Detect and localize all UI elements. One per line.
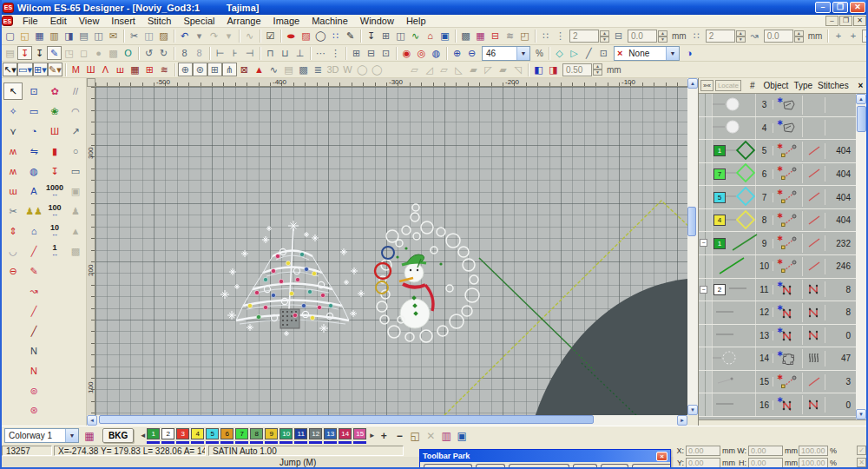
undo-icon[interactable]: ↶ xyxy=(177,30,192,43)
e-stitch-icon[interactable]: ш xyxy=(113,63,128,76)
rotate-right-icon[interactable]: ↻ xyxy=(156,46,171,60)
run-object-icon[interactable]: ∗ xyxy=(773,257,803,276)
palette-left-icon[interactable]: ◄ xyxy=(139,429,147,443)
run-count-value[interactable]: 2 xyxy=(706,30,735,43)
palette-editor-icon[interactable]: ▦ xyxy=(82,428,97,443)
save-design-icon[interactable]: ▦ xyxy=(32,30,47,43)
palette-chip[interactable]: 14 xyxy=(339,428,352,439)
run-length-up-icon[interactable]: ▲ xyxy=(794,30,804,36)
motif-input-icon[interactable]: ∷ xyxy=(328,30,343,43)
run-count-icon[interactable]: ∷ xyxy=(689,30,704,43)
run-length-down-icon[interactable]: ▼ xyxy=(794,36,804,43)
auto-underlay-icon[interactable]: ⊕ xyxy=(178,63,193,76)
single-run-tool-icon[interactable]: ╱ xyxy=(24,302,43,320)
parked-toolbar-tab-2[interactable] xyxy=(476,464,505,469)
node-graphic[interactable] xyxy=(713,347,756,370)
snap-outline-icon[interactable]: ⊡ xyxy=(378,46,393,60)
menu-help[interactable]: Help xyxy=(400,16,432,26)
palette-chip[interactable]: 13 xyxy=(324,428,337,439)
texture-effect-icon[interactable]: ▩ xyxy=(296,63,311,76)
fractional-spacing-icon[interactable]: ⊞ xyxy=(207,63,222,76)
flower-tool-icon[interactable]: ✿ xyxy=(45,83,64,100)
palette-color-12[interactable]: 12 xyxy=(309,428,323,444)
cross-stitch-icon[interactable]: ⊞ xyxy=(142,63,157,76)
nudge-count-value[interactable]: 4 xyxy=(862,30,868,43)
run-count-down-icon[interactable]: ▼ xyxy=(736,36,746,43)
apply-button[interactable]: ✓ xyxy=(857,446,866,455)
manual-object-icon[interactable]: ∗ xyxy=(773,395,803,414)
underlay-spacing[interactable]: 0.0▲▼ xyxy=(628,30,667,43)
panel-scroll-up-icon[interactable]: ▲ xyxy=(856,94,866,104)
nudge-b-icon[interactable]: + xyxy=(845,30,860,43)
satin-input-icon[interactable]: ● xyxy=(284,30,299,43)
color-chip[interactable]: 2 xyxy=(713,284,726,295)
snap-guide-icon[interactable]: ⊟ xyxy=(364,46,378,60)
node-graphic[interactable] xyxy=(713,325,756,347)
palette-color-13[interactable]: 13 xyxy=(324,428,338,444)
panel-scroll-down-icon[interactable]: ▼ xyxy=(856,409,866,419)
clear-style-icon[interactable]: × xyxy=(615,48,625,58)
align-bottom-icon[interactable]: ⊥ xyxy=(293,46,307,60)
contour-lines-icon[interactable]: ≣ xyxy=(311,63,326,76)
run-length[interactable]: 0.0▲▼ xyxy=(764,30,804,43)
panel-expand-button[interactable]: »« xyxy=(700,80,713,91)
cut-icon[interactable]: ✂ xyxy=(127,30,141,43)
palette-color-7[interactable]: 7 xyxy=(235,428,249,444)
close-button[interactable]: ✕ xyxy=(850,2,865,13)
parked-toolbar-tab-4[interactable] xyxy=(573,464,597,469)
print-preview-icon[interactable]: ◫ xyxy=(91,30,106,43)
design-canvas[interactable] xyxy=(95,87,687,415)
triple-run-tool-icon[interactable]: ↝ xyxy=(24,282,43,300)
overview-window-icon[interactable]: ◫ xyxy=(393,30,408,43)
run-object-icon[interactable]: ∗ xyxy=(773,142,803,161)
scroll-down-icon[interactable]: ▼ xyxy=(687,405,698,415)
run-dot-tool-icon[interactable]: ╱ xyxy=(24,242,43,260)
node-graphic[interactable] xyxy=(713,117,756,140)
arc-tool-icon[interactable]: ◠ xyxy=(66,102,85,120)
manual-heavy-tool-icon[interactable]: N xyxy=(24,362,43,380)
align-middle-icon[interactable]: ⊔ xyxy=(278,46,293,60)
object-row-11[interactable]: −211∗8 xyxy=(699,279,856,302)
minimize-button[interactable]: – xyxy=(815,2,831,13)
palette-chip[interactable]: 9 xyxy=(265,428,278,439)
scissors-tool-icon[interactable]: ✂ xyxy=(3,202,23,220)
tatami-input-icon[interactable]: ▨ xyxy=(299,30,313,43)
run-count[interactable]: 2▲▼ xyxy=(706,30,746,43)
chevron-down-icon[interactable]: ▼ xyxy=(666,47,679,60)
toolbar-park-window[interactable]: Toolbar Park × xyxy=(419,449,671,469)
circle-pair-tool-icon[interactable]: ⊚ xyxy=(24,382,43,400)
title-bar[interactable]: ES Wilcom ES-65 Designer - [Noviy_God3:1… xyxy=(0,0,868,15)
object-row-7[interactable]: 57∗404 xyxy=(699,186,856,209)
picture-icon[interactable]: ▣ xyxy=(454,428,470,443)
satin-stitch-icon[interactable]: M xyxy=(69,63,83,76)
lasso-select-tool-icon[interactable]: ✧ xyxy=(3,102,23,120)
barrel-tool-icon[interactable]: ▮ xyxy=(45,142,64,160)
color-chip[interactable]: 5 xyxy=(713,192,726,203)
child-close-button[interactable]: ✕ xyxy=(853,16,866,26)
zoom-box-icon[interactable]: ◍ xyxy=(429,46,444,60)
spell-check-icon[interactable]: ☑ xyxy=(263,30,278,43)
break-apart-icon[interactable]: ◧ xyxy=(531,63,546,76)
lettering-tool-icon[interactable]: A xyxy=(24,182,43,200)
zoom-factor-icon[interactable]: ◎ xyxy=(414,46,429,60)
palette-chip[interactable]: 7 xyxy=(235,428,248,439)
open-design-icon[interactable]: ◱ xyxy=(17,30,32,43)
graph-icon[interactable]: ∿ xyxy=(408,30,423,43)
object-row-3[interactable]: 3∗ xyxy=(699,94,856,117)
run-count-up-icon[interactable]: ▲ xyxy=(736,30,746,36)
stitch-select-dropdown-icon[interactable]: ⊞▾ xyxy=(33,63,48,76)
node-graphic[interactable]: 5 xyxy=(713,186,756,208)
object-row-14[interactable]: 14∗47 xyxy=(699,347,856,371)
palette-chip[interactable]: 3 xyxy=(176,428,189,439)
horizontal-scroll-thumb[interactable] xyxy=(99,415,594,424)
underlay-a-icon[interactable]: ∷ xyxy=(538,30,553,43)
menu-window[interactable]: Window xyxy=(354,16,400,26)
briefcase-icon[interactable]: ◰ xyxy=(517,30,532,43)
align-top-icon[interactable]: ⊓ xyxy=(263,46,278,60)
fancy-fill-icon[interactable]: ≋ xyxy=(157,63,172,76)
rotate-left-icon[interactable]: ↺ xyxy=(141,46,156,60)
palette-right-icon[interactable]: ► xyxy=(368,429,376,443)
scale-x-field[interactable]: 100.00 xyxy=(799,446,828,456)
space-vertical-icon[interactable]: ⋮ xyxy=(328,46,343,60)
palette-chip[interactable]: 2 xyxy=(161,428,174,439)
